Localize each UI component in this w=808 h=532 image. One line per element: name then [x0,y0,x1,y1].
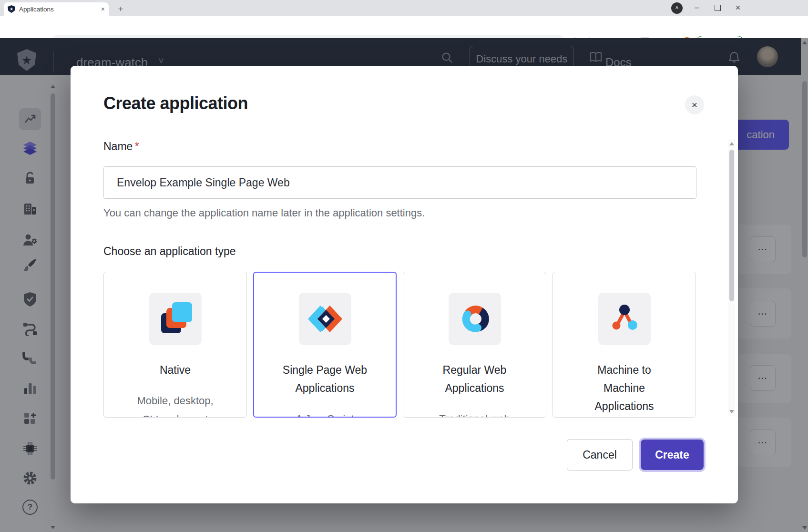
tab-title: Applications [19,6,101,13]
modal-scrollbar-thumb[interactable] [729,150,734,301]
card-regular-web[interactable]: Regular Web Applications Traditional web [403,272,546,418]
browser-toolbar: ← → ↻ manage.auth0.com/dashboard/eu/drea… [0,16,808,38]
new-tab-button[interactable]: + [114,3,127,15]
cancel-button[interactable]: Cancel [567,439,633,471]
m2m-app-icon [598,293,651,345]
browser-tab[interactable]: ★ Applications × [4,2,109,16]
card-title: Native [160,361,191,379]
window-maximize-button[interactable] [712,2,723,13]
create-application-modal: Create application × Name * You can chan… [71,66,738,503]
modal-title: Create application [103,93,248,113]
card-title: Single Page Web Applications [283,361,367,397]
card-native[interactable]: Native Mobile, desktop, CLI and smart [103,272,247,418]
required-asterisk: * [135,140,139,153]
card-machine-to-machine[interactable]: Machine to Machine Applications [552,272,696,418]
window-close-button[interactable]: × [732,2,744,13]
application-type-cards: Native Mobile, desktop, CLI and smart Si… [103,272,696,418]
screen: ★ Applications × + ˄ – × ← → ↻ manage.au… [0,0,808,532]
name-field-label: Name * [103,140,139,153]
browser-tab-strip: ★ Applications × + ˄ – × [0,0,808,16]
modal-scrollbar[interactable] [728,139,735,416]
name-label-text: Name [103,140,133,153]
scroll-up-icon[interactable] [729,142,734,145]
spa-app-icon [299,293,351,345]
create-button[interactable]: Create [641,440,704,470]
card-description: Traditional web [439,409,510,418]
card-description: A JavaScript [296,409,354,418]
application-type-section-label: Choose an application type [103,245,235,258]
native-app-icon [149,293,202,345]
modal-close-button[interactable]: × [685,95,704,114]
card-title: Machine to Machine Applications [594,361,654,415]
tab-close-icon[interactable]: × [101,5,105,13]
scroll-down-icon[interactable] [729,410,734,413]
card-single-page-web[interactable]: Single Page Web Applications A JavaScrip… [253,272,397,418]
auth0-favicon-icon: ★ [8,5,15,13]
card-description: Mobile, desktop, CLI and smart [137,391,213,418]
window-minimize-button[interactable]: – [691,2,703,13]
name-helper-text: You can change the application name late… [103,207,425,219]
regular-web-app-icon [449,293,501,345]
card-title: Regular Web Applications [443,361,507,397]
browser-update-icon[interactable]: ˄ [671,2,683,14]
application-name-input[interactable] [103,166,696,199]
